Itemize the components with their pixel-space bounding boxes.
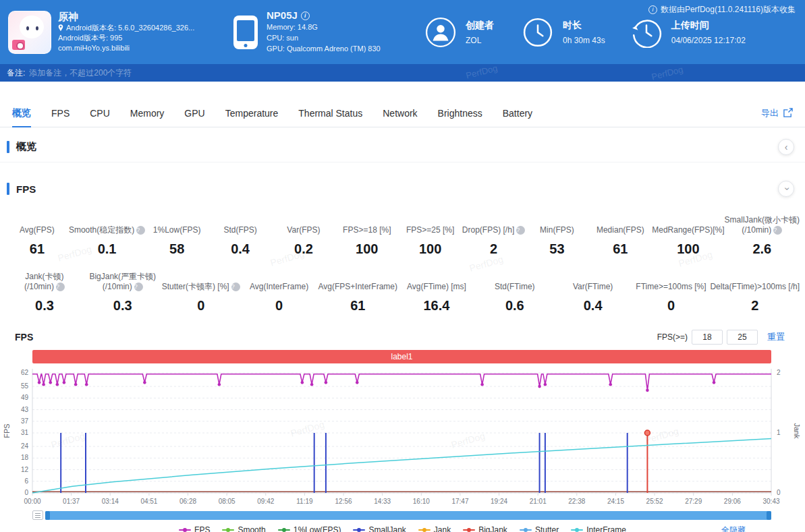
- stat-label: 1%Low(FPS): [145, 215, 209, 235]
- stat-label: Var(FTime): [554, 272, 632, 292]
- legend-item-Stutter[interactable]: Stutter: [520, 525, 559, 532]
- chart-legend: FPSSmooth1%Low(FPS)SmallJankJankBigJankS…: [0, 525, 805, 532]
- tab-Brightness[interactable]: Brightness: [438, 99, 482, 127]
- clock-icon: [522, 17, 553, 48]
- overview-collapse-button[interactable]: ‹: [778, 139, 794, 155]
- legend-label: Smooth: [238, 525, 265, 532]
- threshold-input-2[interactable]: 25: [727, 330, 758, 345]
- legend-item-FPS[interactable]: FPS: [179, 525, 210, 532]
- reset-link[interactable]: 重置: [767, 331, 785, 343]
- version-note: i 数据由PerfDog(11.0.241116)版本收集: [648, 4, 796, 16]
- help-icon[interactable]: ?: [56, 283, 65, 291]
- legend-item-1%Low(FPS)[interactable]: 1%Low(FPS): [278, 525, 341, 532]
- upload-time-label: 上传时间: [671, 20, 746, 32]
- tab-概览[interactable]: 概览: [12, 99, 31, 127]
- help-icon[interactable]: ?: [773, 226, 782, 235]
- stat-label: MedRange(FPS)[%]: [652, 215, 724, 235]
- stat-label: Smooth(稳定指数)?: [69, 215, 145, 235]
- stat-Var(FTime): Var(FTime)0.4: [554, 272, 632, 314]
- legend-item-SmallJank[interactable]: SmallJank: [353, 525, 406, 532]
- stat-1%Low(FPS): 1%Low(FPS)58: [145, 215, 209, 257]
- svg-text:43: 43: [21, 406, 29, 413]
- svg-text:21:01: 21:01: [530, 498, 547, 505]
- svg-text:1: 1: [777, 429, 781, 436]
- fps-chart[interactable]: 0612182431374349556201200:0001:3703:1404…: [0, 365, 805, 508]
- fps-collapse-button[interactable]: ‹: [778, 181, 794, 197]
- svg-text:12:56: 12:56: [335, 498, 352, 505]
- tab-Network[interactable]: Network: [383, 99, 417, 127]
- stat-label: Std(FPS): [209, 215, 272, 235]
- stat-label: Var(FPS): [272, 215, 335, 235]
- svg-text:29:06: 29:06: [724, 498, 741, 505]
- svg-text:17:47: 17:47: [451, 498, 468, 505]
- user-icon: [425, 17, 456, 48]
- chart-panel-label: FPS: [15, 332, 33, 343]
- help-icon[interactable]: ?: [231, 283, 240, 291]
- scrollbar-track[interactable]: [45, 511, 771, 520]
- legend-item-InterFrame[interactable]: InterFrame: [571, 525, 626, 532]
- tab-Memory[interactable]: Memory: [130, 99, 165, 127]
- stat-value: 100: [652, 241, 724, 257]
- export-icon: [783, 108, 793, 118]
- remark-input[interactable]: 添加备注，不超过200个字符: [29, 67, 132, 79]
- help-icon[interactable]: ?: [516, 226, 525, 235]
- overview-section: 概览 ‹: [0, 131, 805, 162]
- stat-label: Stutter(卡顿率) [%]?: [162, 272, 240, 292]
- stat-Stutter(卡顿率) [%]: Stutter(卡顿率) [%]?0: [162, 272, 240, 314]
- svg-text:19:24: 19:24: [491, 498, 507, 505]
- svg-text:62: 62: [21, 369, 29, 376]
- stat-value: 100: [399, 241, 462, 257]
- duration-value: 0h 30m 43s: [563, 36, 605, 45]
- export-button[interactable]: 导出: [761, 99, 793, 127]
- svg-text:37: 37: [21, 417, 29, 425]
- svg-text:30:43: 30:43: [762, 498, 779, 505]
- scrollbar-left-handle[interactable]: [45, 511, 50, 520]
- legend-label: Jank: [434, 525, 451, 532]
- tab-bar: 概览FPSCPUMemoryGPUTemperatureThermal Stat…: [0, 99, 805, 127]
- stat-value: 2: [462, 241, 526, 257]
- stat-label: FTime>=100ms [%]: [632, 272, 711, 292]
- stat-value: 0: [632, 298, 711, 314]
- legend-marker-icon: [463, 527, 475, 532]
- device-info-icon[interactable]: i: [301, 11, 310, 20]
- stat-label: Drop(FPS) [/h]?: [462, 215, 526, 235]
- export-label: 导出: [761, 107, 779, 119]
- tab-GPU[interactable]: GPU: [184, 99, 204, 127]
- hide-all-link[interactable]: 全隐藏: [721, 525, 746, 532]
- stat-FTime>=100ms [%]: FTime>=100ms [%]0: [632, 272, 711, 314]
- legend-marker-icon: [278, 527, 290, 532]
- stat-BigJank(严重卡顿): BigJank(严重卡顿)(/10min)?0.3: [84, 272, 162, 314]
- svg-text:31: 31: [21, 429, 29, 436]
- stat-value: 100: [335, 241, 399, 257]
- device-block: NP05J i Memory: 14.8G CPU: sun GPU: Qual…: [233, 10, 394, 54]
- stat-Std(FPS): Std(FPS)0.4: [209, 215, 272, 257]
- creator-label: 创建者: [466, 20, 494, 32]
- threshold-input-1[interactable]: 18: [692, 330, 723, 345]
- fps-stats-row-2: Jank(卡顿)(/10min)?0.3BigJank(严重卡顿)(/10min…: [0, 272, 805, 314]
- legend-label: BigJank: [478, 525, 507, 532]
- legend-label: Stutter: [535, 525, 559, 532]
- scrollbar-right-handle[interactable]: [767, 511, 771, 520]
- device-cpu: CPU: sun: [267, 32, 381, 43]
- stat-Avg(InterFrame): Avg(InterFrame)0: [240, 272, 318, 314]
- help-icon[interactable]: ?: [136, 226, 145, 235]
- legend-item-BigJank[interactable]: BigJank: [463, 525, 507, 532]
- legend-item-Jank[interactable]: Jank: [418, 525, 451, 532]
- help-icon[interactable]: ?: [134, 283, 143, 291]
- section-accent: [7, 141, 9, 153]
- tab-Battery[interactable]: Battery: [503, 99, 532, 127]
- stat-label: FPS>=25 [%]: [399, 215, 462, 235]
- stat-Delta(FTime)>100ms [/h]: Delta(FTime)>100ms [/h]2: [710, 272, 800, 314]
- stat-label: Jank(卡顿)(/10min)?: [5, 272, 84, 292]
- legend-item-Smooth[interactable]: Smooth: [222, 525, 265, 532]
- svg-text:03:14: 03:14: [102, 498, 119, 505]
- stat-FPS>=18 [%]: FPS>=18 [%]100: [335, 215, 399, 257]
- tab-FPS[interactable]: FPS: [51, 99, 70, 127]
- tab-Thermal Status[interactable]: Thermal Status: [298, 99, 362, 127]
- tab-CPU[interactable]: CPU: [90, 99, 110, 127]
- svg-text:2: 2: [777, 369, 781, 376]
- duration-block: 时长 0h 30m 43s: [522, 17, 605, 48]
- scrollbar-grip-icon[interactable]: [32, 510, 43, 520]
- tab-Temperature[interactable]: Temperature: [225, 99, 279, 127]
- svg-text:22:38: 22:38: [568, 498, 585, 505]
